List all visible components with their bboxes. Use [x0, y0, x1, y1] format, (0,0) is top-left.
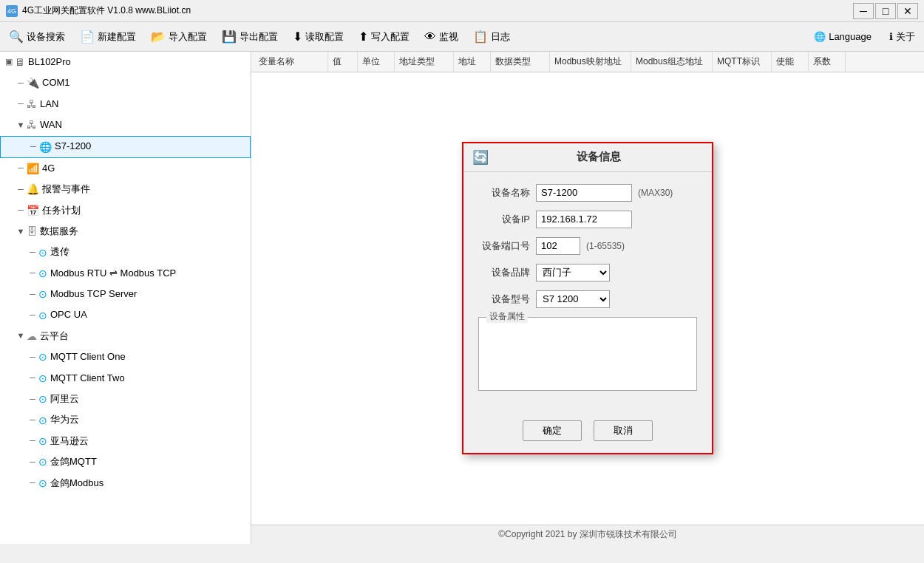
sidebar-item-cloud[interactable]: ▼ ☁ 云平台	[0, 326, 251, 347]
sidebar-item-huawei[interactable]: ─ ⊙ 华为云	[0, 410, 251, 431]
device-ip-input[interactable]	[536, 211, 632, 228]
lan-icon: 🖧	[27, 96, 37, 112]
data-icon: 🗄	[27, 223, 37, 239]
sidebar-item-data-service[interactable]: ▼ 🗄 数据服务	[0, 221, 251, 242]
mtcp-expand-icon: ─	[27, 288, 38, 301]
jinge-mqtt-icon: ⊙	[38, 454, 47, 470]
sidebar-item-jinge-mqtt[interactable]: ─ ⊙ 金鸽MQTT	[0, 451, 251, 472]
search-icon: 🔍	[9, 30, 24, 44]
sidebar-item-root[interactable]: ▣ 🖥 BL102Pro	[0, 52, 251, 72]
cloud-expand-icon: ▼	[15, 330, 27, 343]
language-button[interactable]: 🌐 Language	[808, 28, 877, 45]
dialog-title-icon: 🔄	[472, 149, 489, 166]
4g-icon: 📶	[27, 160, 39, 177]
sidebar-item-label-mqtt2: MQTT Client Two	[50, 371, 125, 386]
sidebar-item-mqtt-two[interactable]: ─ ⊙ MQTT Client Two	[0, 368, 251, 389]
sidebar-item-wan[interactable]: ▼ 🖧 WAN	[0, 115, 251, 135]
close-button[interactable]: ✕	[897, 3, 918, 19]
write-icon: ⬆	[359, 30, 368, 44]
task-expand-icon: ─	[15, 204, 27, 217]
mqtt1-icon: ⊙	[38, 349, 47, 365]
com-icon: 🔌	[27, 75, 39, 91]
az-expand-icon: ─	[27, 434, 38, 448]
read-icon: ⬇	[293, 30, 302, 44]
attr-legend: 设备属性	[486, 310, 528, 323]
sidebar-item-transparent[interactable]: ─ ⊙ 透传	[0, 242, 251, 263]
main-layout: ▣ 🖥 BL102Pro ─ 🔌 COM1 ─ 🖧 LAN ▼ 🖧 WAN	[0, 52, 924, 544]
dialog-title-bar: 🔄 设备信息	[463, 143, 712, 172]
mrtu-expand-icon: ─	[27, 267, 38, 280]
status-bar: ©Copyright 2021 by 深圳市锐珠技术有限公司	[251, 525, 924, 544]
root-expand-icon: ▣	[3, 55, 15, 69]
amazon-icon: ⊙	[38, 433, 47, 449]
sidebar-item-alarm[interactable]: ─ 🔔 报警与事件	[0, 179, 251, 199]
write-config-button[interactable]: ⬆ 写入配置	[353, 27, 415, 47]
computer-icon: 🖥	[15, 54, 25, 70]
copyright-text: ©Copyright 2021 by 深圳市锐珠技术有限公司	[498, 528, 677, 541]
monitor-button[interactable]: 👁 监视	[418, 27, 464, 47]
toolbar: 🔍 设备搜索 📄 新建配置 📂 导入配置 💾 导出配置 ⬇ 读取配置 ⬆ 写入配…	[0, 22, 924, 52]
log-button[interactable]: 📋 日志	[467, 27, 516, 47]
new-config-button[interactable]: 📄 新建配置	[74, 27, 142, 47]
sidebar-item-label-cloud: 云平台	[40, 329, 69, 344]
sidebar-item-aliyun[interactable]: ─ ⊙ 阿里云	[0, 389, 251, 409]
sidebar-item-label-huawei: 华为云	[50, 412, 79, 428]
sidebar-item-modbus-rtu[interactable]: ─ ⊙ Modbus RTU ⇌ Modbus TCP	[0, 263, 251, 284]
4g-expand-icon: ─	[15, 162, 27, 175]
sidebar-item-label-wan: WAN	[40, 117, 62, 133]
search-button[interactable]: 🔍 设备搜索	[3, 27, 71, 47]
export-config-button[interactable]: 💾 导出配置	[216, 27, 284, 47]
device-ip-label: 设备IP	[478, 213, 530, 226]
sidebar-item-label-transparent: 透传	[50, 245, 69, 260]
device-port-input[interactable]	[536, 237, 580, 255]
task-icon: 📅	[27, 202, 39, 219]
dialog-footer: 确定 取消	[463, 414, 712, 453]
about-button[interactable]: ℹ 关于	[883, 27, 921, 47]
sidebar-item-opc-ua[interactable]: ─ ⊙ OPC UA	[0, 305, 251, 326]
wan-icon: 🖧	[27, 117, 37, 133]
service-icon: ⊙	[38, 245, 47, 261]
tp-expand-icon: ─	[27, 246, 38, 259]
m2-expand-icon: ─	[27, 372, 38, 385]
sidebar-item-label-jinge-mqtt: 金鸽MQTT	[50, 454, 97, 470]
sidebar-item-label-aliyun: 阿里云	[50, 392, 79, 407]
sidebar-item-jinge-modbus[interactable]: ─ ⊙ 金鸽Modbus	[0, 473, 251, 494]
log-icon: 📋	[473, 30, 488, 44]
sidebar-item-label-4g: 4G	[42, 161, 55, 177]
device-name-hint: (MAX30)	[638, 188, 673, 198]
jinge-modbus-icon: ⊙	[38, 475, 47, 491]
device-name-label: 设备名称	[478, 186, 530, 199]
confirm-button[interactable]: 确定	[523, 420, 582, 441]
m1-expand-icon: ─	[27, 351, 38, 364]
sidebar-item-s7-1200[interactable]: ─ 🌐 S7-1200	[0, 136, 251, 158]
maximize-button[interactable]: □	[875, 3, 896, 19]
sidebar-item-amazon[interactable]: ─ ⊙ 亚马逊云	[0, 431, 251, 451]
import-config-button[interactable]: 📂 导入配置	[145, 27, 213, 47]
wan-expand-icon: ▼	[15, 119, 27, 132]
modbus-rtu-icon: ⊙	[38, 265, 47, 282]
opc-icon: ⊙	[38, 307, 47, 324]
device-brand-select[interactable]: 西门子 AB 三菱 欧姆龙	[536, 264, 610, 282]
device-name-input[interactable]	[536, 184, 632, 202]
minimize-button[interactable]: ─	[853, 3, 874, 19]
ali-expand-icon: ─	[27, 393, 38, 406]
read-config-button[interactable]: ⬇ 读取配置	[287, 27, 350, 47]
modbus-tcp-icon: ⊙	[38, 286, 47, 302]
sidebar-item-label-lan: LAN	[40, 97, 58, 112]
window-controls: ─ □ ✕	[853, 3, 918, 19]
about-icon: ℹ	[889, 31, 893, 42]
opc-expand-icon: ─	[27, 309, 38, 322]
sidebar-item-4g[interactable]: ─ 📶 4G	[0, 158, 251, 179]
device-info-dialog: 🔄 设备信息 设备名称 (MAX30) 设备IP	[462, 142, 713, 454]
alarm-expand-icon: ─	[15, 183, 27, 197]
s7-expand-icon: ─	[27, 140, 39, 154]
sidebar-item-task[interactable]: ─ 📅 任务计划	[0, 200, 251, 221]
form-row-brand: 设备品牌 西门子 AB 三菱 欧姆龙	[478, 264, 697, 282]
cancel-button[interactable]: 取消	[594, 420, 653, 441]
sidebar-item-mqtt-one[interactable]: ─ ⊙ MQTT Client One	[0, 347, 251, 367]
sidebar-item-lan[interactable]: ─ 🖧 LAN	[0, 94, 251, 115]
sidebar-item-modbus-tcp[interactable]: ─ ⊙ Modbus TCP Server	[0, 284, 251, 304]
sidebar-item-label-jinge-modbus: 金鸽Modbus	[50, 476, 103, 491]
sidebar-item-com1[interactable]: ─ 🔌 COM1	[0, 72, 251, 93]
device-model-select[interactable]: S7 1200 S7 200 S7 300 S7 400	[536, 290, 610, 308]
